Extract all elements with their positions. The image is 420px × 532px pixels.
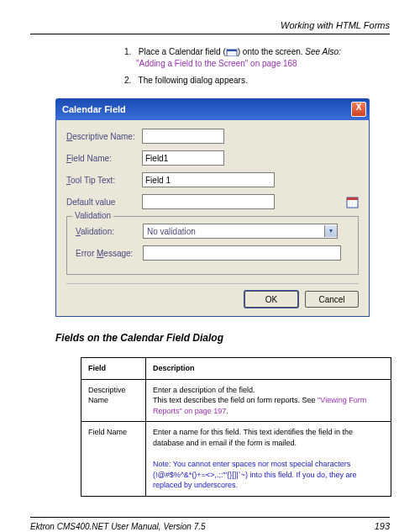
th-field: Field <box>81 358 146 380</box>
r2-note: Note: You cannot enter spaces nor most s… <box>153 460 356 489</box>
calendar-field-dialog: Calendar Field X Descriptive Name: Field… <box>55 98 370 317</box>
step-2-text: The following dialog appears. <box>139 76 248 85</box>
step-2: 2. The following dialog appears. <box>124 75 390 87</box>
table-row: Descriptive Name Enter a description of … <box>81 379 391 422</box>
close-button[interactable]: X <box>351 102 366 117</box>
r1-line-b: This text describes the field on form re… <box>153 396 318 404</box>
cell-desc-2: Enter a name for this field. This text i… <box>146 422 391 497</box>
section-heading: Fields on the Calendar Field Dialog <box>55 332 390 344</box>
footer-page-number: 193 <box>375 521 390 531</box>
input-tooltip[interactable] <box>142 172 275 187</box>
r1-line-a: Enter a description of the field. <box>153 386 255 394</box>
page-footer: Ektron CMS400.NET User Manual, Version 7… <box>30 517 390 531</box>
th-description: Description <box>146 358 391 380</box>
dialog-body: Descriptive Name: Field Name: Tool Tip T… <box>55 120 370 317</box>
row-tooltip: Tool Tip Text: <box>66 172 359 187</box>
cell-desc-1: Enter a description of the field. This t… <box>146 379 391 422</box>
footer-manual-title: Ektron CMS400.NET User Manual, Version 7… <box>30 522 206 531</box>
step-list: 1. Place a Calendar field () onto the sc… <box>124 46 390 87</box>
label-error: Error Message: <box>76 249 143 258</box>
calendar-picker-icon[interactable] <box>346 196 359 208</box>
fields-table: Field Description Descriptive Name Enter… <box>81 357 391 497</box>
cell-field-1: Descriptive Name <box>81 379 146 422</box>
r2-line-a: Enter a name for this field. This text i… <box>153 428 353 447</box>
label-descriptive-name: Descriptive Name: <box>66 132 142 141</box>
step-1-link[interactable]: "Adding a Field to the Screen" on page 1… <box>136 59 297 68</box>
input-error[interactable] <box>143 245 341 261</box>
step-1: 1. Place a Calendar field () onto the sc… <box>124 46 390 70</box>
validation-legend: Validation <box>72 211 113 220</box>
step-num-1: 1. <box>124 46 136 58</box>
row-default: Default value <box>66 194 359 209</box>
row-error: Error Message: <box>76 245 349 261</box>
row-field-name: Field Name: <box>66 150 359 166</box>
table-header-row: Field Description <box>81 358 391 380</box>
validation-fieldset: Validation Validation: No validation ▾ E… <box>66 216 359 275</box>
step-num-2: 2. <box>124 75 136 87</box>
row-validation: Validation: No validation ▾ <box>76 224 349 239</box>
input-field-name[interactable] <box>142 150 224 166</box>
cell-field-2: Field Name <box>81 422 146 497</box>
calendar-icon <box>226 48 238 56</box>
ok-button[interactable]: OK <box>244 291 298 308</box>
step-1-text-b: ) onto the screen. <box>238 47 306 56</box>
svg-rect-1 <box>227 50 237 51</box>
header-title: Working with HTML Forms <box>30 20 390 30</box>
select-validation-value: No validation <box>144 227 324 236</box>
step-1-text-a: Place a Calendar field ( <box>139 47 226 56</box>
label-validation: Validation: <box>76 227 143 236</box>
cancel-button[interactable]: Cancel <box>305 291 359 308</box>
dialog-titlebar: Calendar Field X <box>55 98 370 120</box>
row-descriptive-name: Descriptive Name: <box>66 129 359 144</box>
label-field-name: Field Name: <box>66 154 142 163</box>
chevron-down-icon: ▾ <box>324 225 337 237</box>
svg-rect-6 <box>347 198 358 200</box>
input-default[interactable] <box>142 194 275 209</box>
see-also-label: See Also: <box>305 47 340 56</box>
input-descriptive-name[interactable] <box>142 129 224 144</box>
label-default: Default value <box>66 198 142 207</box>
label-tooltip: Tool Tip Text: <box>66 176 142 185</box>
r1-line-c: . <box>226 407 228 415</box>
table-row: Field Name Enter a name for this field. … <box>81 422 391 497</box>
header-rule <box>30 34 390 34</box>
dialog-title: Calendar Field <box>62 104 126 114</box>
select-validation[interactable]: No validation ▾ <box>143 224 338 239</box>
dialog-button-row: OK Cancel <box>66 283 359 308</box>
